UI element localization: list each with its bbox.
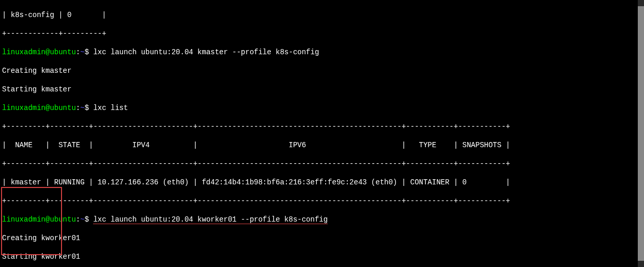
terminal-output[interactable]: | k8s-config | 0 | +------------+-------… [0,0,644,267]
command-highlighted: lxc launch ubuntu:20.04 kworker01 --prof… [93,215,328,224]
prompt-path: ~ [80,215,84,224]
table-header: | NAME | STATE | IPV4 | IPV6 | TYPE | SN… [2,140,642,150]
prompt-user: linuxadmin@ubuntu [2,104,76,112]
scrollbar-thumb[interactable] [638,6,644,261]
command: lxc launch ubuntu:20.04 kmaster --profil… [93,48,319,56]
prompt-line: linuxadmin@ubuntu:~$ lxc launch ubuntu:2… [2,48,642,57]
prompt-path: ~ [80,104,84,112]
output-line: Starting kmaster [2,85,642,94]
table-sep: +---------+---------+-------------------… [2,122,642,131]
prompt-user: linuxadmin@ubuntu [2,215,76,224]
output-line: Creating kworker01 [2,233,642,243]
prompt-line: linuxadmin@ubuntu:~$ lxc launch ubuntu:2… [2,215,642,224]
prompt-line: linuxadmin@ubuntu:~$ lxc list [2,103,642,113]
command: lxc list [93,104,128,112]
output-line: Creating kmaster [2,66,642,75]
prompt-path: ~ [80,48,84,56]
output-line: | k8s-config | 0 | [2,10,642,20]
output-line: +------------+---------+ [2,29,642,38]
scrollbar-track[interactable] [638,0,644,267]
table-sep: +---------+---------+-------------------… [2,159,642,168]
output-line: Starting kworker01 [2,252,642,261]
table-sep: +---------+---------+-------------------… [2,196,642,206]
table-row: | kmaster | RUNNING | 10.127.166.236 (et… [2,178,642,187]
prompt-user: linuxadmin@ubuntu [2,48,76,56]
